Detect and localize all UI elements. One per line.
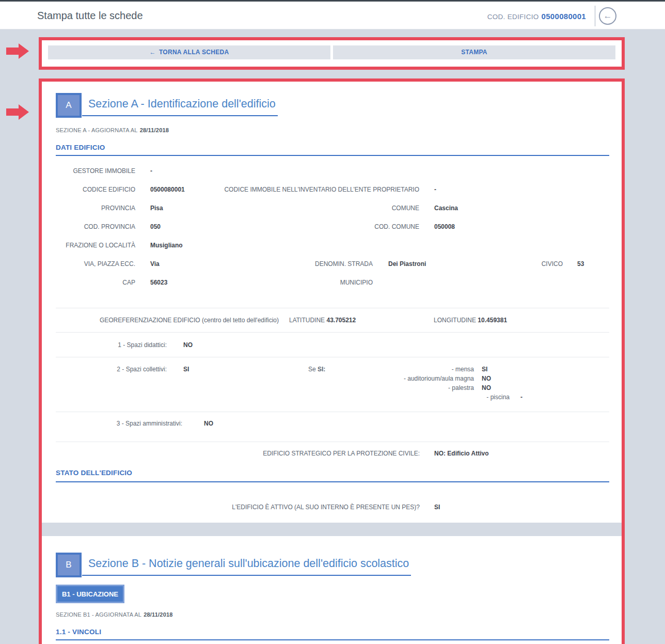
provincia-label: PROVINCIA <box>56 205 135 212</box>
section-a-title: Sezione A - Identificazione dell'edifici… <box>82 98 278 116</box>
spazi-didattici-value: NO <box>183 341 193 349</box>
page-title: Stampa tutte le schede <box>37 10 143 22</box>
row-edificio-strategico: EDIFICIO STRATEGICO PER LA PROTEZIONE CI… <box>56 442 609 465</box>
section-a-meta: SEZIONE A - AGGIORNATA AL28/11/2018 <box>56 127 609 133</box>
sub-row-mensa: - mensa SI <box>315 366 532 375</box>
section-b-title: Sezione B - Notizie generali sull'ubicaz… <box>82 557 411 576</box>
edificio-attivo-label: L'EDIFICIO È ATTIVO (AL SUO INTERNO È PR… <box>56 504 420 511</box>
building-code-value: 0500080001 <box>542 12 586 21</box>
frazione-label: FRAZIONE O LOCALITÀ <box>56 242 135 249</box>
codice-edificio-value: 0500080001 <box>150 186 185 193</box>
stampa-label: STAMPA <box>461 49 487 56</box>
piscina-label: - piscina <box>486 394 510 401</box>
row-cod-provincia: COD. PROVINCIA 050 COD. COMUNE 050008 <box>56 217 609 236</box>
longitudine-label: LONGITUDINE <box>434 317 476 324</box>
georef-label: GEOREFERENZIAZIONE EDIFICIO (centro del … <box>56 317 279 324</box>
codice-immobile-value: - <box>434 186 436 193</box>
row-cap: CAP 56023 MUNICIPIO <box>56 273 609 292</box>
civico-value: 53 <box>577 260 584 268</box>
header-divider <box>595 6 595 26</box>
vincoli-rule <box>56 639 609 640</box>
mensa-value: SI <box>482 366 487 373</box>
via-value: Via <box>150 260 160 268</box>
latitudine-value: 43.705212 <box>326 317 356 324</box>
vincoli-heading: 1.1 - VINCOLI <box>56 628 609 636</box>
edificio-attivo-value: SI <box>434 504 440 511</box>
section-b-header: B Sezione B - Notizie generali sull'ubic… <box>56 553 609 577</box>
torna-alla-scheda-label: TORNA ALLA SCHEDA <box>159 49 229 56</box>
torna-alla-scheda-button[interactable]: ←TORNA ALLA SCHEDA <box>48 45 330 59</box>
row-spazi-collettivi: 2 - Spazi collettivi: SI Se SI: - mensa … <box>56 357 609 412</box>
cod-provincia-label: COD. PROVINCIA <box>56 223 135 230</box>
row-edificio-attivo: L'EDIFICIO È ATTIVO (AL SUO INTERNO È PR… <box>56 498 609 516</box>
palestra-label: - palestra <box>448 384 474 391</box>
via-label: VIA, PIAZZA ECC. <box>56 260 135 268</box>
provincia-value: Pisa <box>150 205 163 212</box>
codice-immobile-label: CODICE IMMOBILE NELL'INVENTARIO DELL'ENT… <box>200 186 419 193</box>
latitudine: LATITUDINE 43.705212 <box>289 317 356 324</box>
section-a-meta-date: 28/11/2018 <box>140 127 169 133</box>
municipio-label: MUNICIPIO <box>218 279 373 286</box>
comune-value: Cascina <box>434 205 458 212</box>
spazi-didattici-label: 1 - Spazi didattici: <box>56 341 167 349</box>
frazione-value: Musigliano <box>150 242 183 249</box>
longitudine: LONGITUDINE 10.459381 <box>434 317 507 324</box>
annotation-arrow-toolbar <box>6 43 29 59</box>
row-spazi-amministrativi: 3 - Spazi amministrativi: NO <box>56 412 609 442</box>
civico-label: CIVICO <box>460 260 563 268</box>
auditorium-value: NO <box>482 375 491 382</box>
row-frazione: FRAZIONE O LOCALITÀ Musigliano <box>56 236 609 255</box>
gestore-value: - <box>150 167 152 175</box>
spazi-amministrativi-label: 3 - Spazi amministrativi: <box>56 420 182 427</box>
b1-ubicazione-button[interactable]: B1 - UBICAZIONE <box>56 585 124 603</box>
row-gestore: GESTORE IMMOBILE - <box>56 162 609 180</box>
section-b-meta: SEZIONE B1 - AGGIORNATA AL28/11/2018 <box>56 611 609 618</box>
stato-edificio-rule <box>56 481 609 482</box>
section-a-badge: A <box>56 93 82 118</box>
spazi-amministrativi-value: NO <box>204 420 213 427</box>
row-spazi-didattici: 1 - Spazi didattici: NO <box>56 333 609 357</box>
comune-label: COMUNE <box>200 205 419 212</box>
row-georeferenziazione: GEOREFERENZIAZIONE EDIFICIO (centro del … <box>56 308 609 332</box>
spazi-collettivi-label: 2 - Spazi collettivi: <box>56 366 167 373</box>
cod-comune-label: COD. COMUNE <box>200 223 419 230</box>
back-button[interactable]: ← <box>599 7 616 25</box>
cap-label: CAP <box>56 279 135 286</box>
strategico-label: EDIFICIO STRATEGICO PER LA PROTEZIONE CI… <box>56 450 420 457</box>
cod-comune-value: 050008 <box>434 223 455 230</box>
latitudine-label: LATITUDINE <box>289 317 325 324</box>
annotation-arrow-section <box>6 104 29 120</box>
stato-edificio-heading: STATO DELL'EDIFICIO <box>56 469 609 477</box>
row-codice-edificio: CODICE EDIFICIO 0500080001 CODICE IMMOBI… <box>56 180 609 199</box>
piscina-value: - <box>520 394 522 401</box>
auditorium-label: - auditorioum/aula magna <box>404 375 474 382</box>
sub-row-piscina: - piscina - <box>315 394 532 403</box>
palestra-value: NO <box>482 384 491 391</box>
building-code: COD. EDIFICIO0500080001 <box>487 12 586 21</box>
cod-provincia-value: 050 <box>150 223 161 230</box>
sub-row-auditorium: - auditorioum/aula magna NO <box>315 375 532 384</box>
section-b-meta-date: 28/11/2018 <box>144 611 172 618</box>
row-via: VIA, PIAZZA ECC. Via DENOMIN. STRADA Dei… <box>56 255 609 273</box>
dati-edificio-rule <box>56 155 609 156</box>
stampa-button[interactable]: STAMPA <box>333 45 615 59</box>
section-b-meta-prefix: SEZIONE B1 - AGGIORNATA AL <box>56 611 141 618</box>
back-arrow-icon: ← <box>150 49 156 56</box>
section-b-badge: B <box>56 553 82 577</box>
codice-edificio-label: CODICE EDIFICIO <box>56 186 135 193</box>
back-arrow-icon: ← <box>604 11 612 21</box>
dati-edificio-rows: GESTORE IMMOBILE - CODICE EDIFICIO 05000… <box>56 162 609 292</box>
section-a-card: A Sezione A - Identificazione dell'edifi… <box>42 82 622 523</box>
building-code-label: COD. EDIFICIO <box>487 13 539 21</box>
spazi-collettivi-value: SI <box>183 366 189 373</box>
gestore-label: GESTORE IMMOBILE <box>56 167 135 175</box>
section-a-meta-prefix: SEZIONE A - AGGIORNATA AL <box>56 127 138 133</box>
strategico-value: NO: Edificio Attivo <box>434 450 489 457</box>
content-highlight-box: A Sezione A - Identificazione dell'edifi… <box>39 78 625 644</box>
toolbar-highlight-box: ←TORNA ALLA SCHEDA STAMPA <box>39 37 625 70</box>
sub-row-palestra: - palestra NO <box>315 384 532 394</box>
section-b-card: B Sezione B - Notizie generali sull'ubic… <box>42 553 622 640</box>
row-provincia: PROVINCIA Pisa COMUNE Cascina <box>56 199 609 217</box>
spazi-collettivi-sublist: - mensa SI - auditorioum/aula magna NO -… <box>315 366 532 403</box>
section-gap-band <box>42 523 622 536</box>
